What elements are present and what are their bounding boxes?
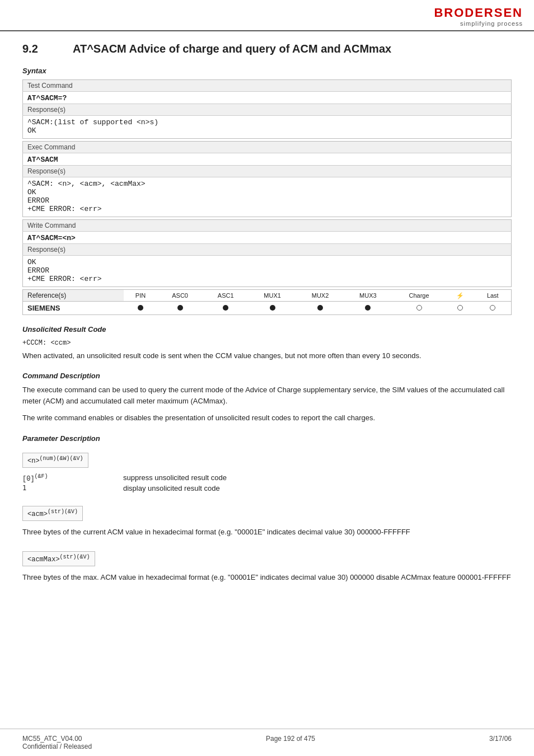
unsolicited-desc: When activated, an unsolicited result co… — [22, 350, 512, 361]
unsolicited-heading: Unsolicited Result Code — [22, 325, 512, 334]
exec-command-label-row: Exec Command — [23, 142, 512, 153]
test-command-code-row: AT^SACM=? — [23, 92, 512, 104]
logo-text: BRODERSEN — [434, 6, 523, 20]
exec-resp-line-0: ^SACM: <n>, <acm>, <acmMax> — [27, 180, 146, 188]
command-desc-para-0: The execute command can be used to query… — [22, 384, 512, 407]
reference-header-row: Reference(s) PIN ASC0 ASC1 MUX1 MUX2 MUX… — [23, 290, 512, 302]
exec-resp-line-1: OK — [27, 188, 36, 196]
param-acm-desc: Three bytes of the current ACM value in … — [22, 527, 512, 538]
ref-siemens-lightning — [446, 302, 475, 315]
command-desc-heading: Command Description — [22, 372, 512, 380]
dot-asc0-icon — [177, 305, 183, 311]
ref-siemens-asc0 — [157, 302, 203, 315]
ref-siemens-mux3 — [344, 302, 392, 315]
test-command-response-body: ^SACM:(list of supported <n>s) OK — [23, 116, 512, 139]
write-command-label-row: Write Command — [23, 220, 512, 232]
write-command-code-row: AT^SACM=<n> — [23, 232, 512, 244]
ref-siemens-label: SIEMENS — [23, 302, 124, 315]
ref-col-mux2: MUX2 — [296, 290, 344, 302]
syntax-heading: Syntax — [22, 67, 512, 75]
exec-command-code-row: AT^SACM — [23, 153, 512, 166]
write-command-response-label: Response(s) — [23, 244, 512, 256]
exec-command-response-label: Response(s) — [23, 166, 512, 177]
write-command-code: AT^SACM=<n> — [23, 232, 512, 244]
param-n-value-0-desc: suppress unsolicited result code — [123, 473, 227, 483]
param-n-label: <n> — [27, 457, 40, 465]
test-resp-line-1: OK — [27, 126, 36, 135]
param-n-value-0-row: [0](&F) suppress unsolicited result code — [22, 473, 512, 483]
exec-command-label: Exec Command — [23, 142, 512, 153]
exec-resp-line-2: ERROR — [27, 196, 49, 205]
section-number: 9.2 — [22, 43, 56, 55]
ref-col-lightning: ⚡ — [446, 290, 475, 302]
main-content: 9.2 AT^SACM Advice of charge and query o… — [0, 31, 534, 613]
param-n-section: <n>(num)(&W)(&V) [0](&F) suppress unsoli… — [22, 447, 512, 492]
dot-lightning-icon — [457, 305, 463, 311]
write-command-resp-label-row: Response(s) — [23, 244, 512, 256]
ref-siemens-last — [475, 302, 512, 315]
ref-col-asc1: ASC1 — [203, 290, 249, 302]
param-desc-heading: Parameter Description — [22, 434, 512, 443]
param-acmmax-label: <acmMax> — [27, 556, 60, 564]
footer-left: MC55_ATC_V04.00 Confidential / Released — [22, 735, 92, 750]
unsolicited-code: +CCCM: <ccm> — [22, 339, 71, 347]
footer-left-line1: MC55_ATC_V04.00 — [22, 735, 92, 743]
ref-col-references: Reference(s) — [23, 290, 124, 302]
ref-siemens-mux1 — [249, 302, 296, 315]
ref-col-mux1: MUX1 — [249, 290, 296, 302]
write-command-label: Write Command — [23, 220, 512, 232]
dot-mux3-icon — [365, 305, 371, 311]
ref-col-asc0: ASC0 — [157, 290, 203, 302]
test-command-resp-label-row: Response(s) — [23, 104, 512, 116]
exec-command-block: Exec Command AT^SACM Response(s) ^SACM: … — [22, 141, 512, 217]
exec-resp-line-3: +CME ERROR: <err> — [27, 205, 102, 213]
exec-command-code: AT^SACM — [23, 153, 512, 166]
dot-pin-icon — [138, 305, 143, 311]
dot-mux2-icon — [317, 305, 323, 311]
write-command-block: Write Command AT^SACM=<n> Response(s) OK… — [22, 219, 512, 287]
param-acm-box: <acm>(str)(&V) — [22, 506, 83, 521]
logo-sub: simplifying process — [460, 20, 523, 27]
ref-col-pin: PIN — [124, 290, 157, 302]
ref-siemens-pin — [124, 302, 157, 315]
dot-last-icon — [490, 305, 495, 311]
ref-col-mux3: MUX3 — [344, 290, 392, 302]
test-command-response-label: Response(s) — [23, 104, 512, 116]
param-n-box: <n>(num)(&W)(&V) — [22, 453, 88, 468]
exec-command-resp-label-row: Response(s) — [23, 166, 512, 177]
write-command-resp-body-row: OK ERROR +CME ERROR: <err> — [23, 256, 512, 287]
page-footer: MC55_ATC_V04.00 Confidential / Released … — [0, 729, 534, 756]
section-heading: AT^SACM Advice of charge and query of AC… — [73, 43, 391, 55]
ref-siemens-asc1 — [203, 302, 249, 315]
footer-left-line2: Confidential / Released — [22, 743, 92, 750]
param-acmmax-section: <acmMax>(str)(&V) Three bytes of the max… — [22, 546, 512, 583]
test-command-code: AT^SACM=? — [23, 92, 512, 104]
write-resp-line-2: +CME ERROR: <err> — [27, 275, 102, 283]
param-n-value-1-desc: display unsolicited result code — [123, 484, 220, 492]
param-acm-label: <acm> — [27, 510, 48, 518]
unsolicited-code-line: +CCCM: <ccm> — [22, 338, 512, 347]
exec-command-resp-body-row: ^SACM: <n>, <acm>, <acmMax> OK ERROR +CM… — [23, 177, 512, 217]
write-resp-line-1: ERROR — [27, 266, 49, 275]
reference-table: Reference(s) PIN ASC0 ASC1 MUX1 MUX2 MUX… — [22, 289, 512, 315]
param-n-value-1-row: 1 display unsolicited result code — [22, 484, 512, 492]
ref-siemens-charge — [392, 302, 446, 315]
param-acm-section: <acm>(str)(&V) Three bytes of the curren… — [22, 500, 512, 538]
param-n-value-0-key: [0](&F) — [22, 473, 123, 483]
footer-center: Page 192 of 475 — [266, 735, 315, 750]
section-title: 9.2 AT^SACM Advice of charge and query o… — [22, 43, 512, 55]
test-command-label: Test Command — [23, 80, 512, 92]
reference-data-row-siemens: SIEMENS — [23, 302, 512, 315]
param-n-values: [0](&F) suppress unsolicited result code… — [22, 473, 512, 492]
exec-command-response-body: ^SACM: <n>, <acm>, <acmMax> OK ERROR +CM… — [23, 177, 512, 217]
footer-right: 3/17/06 — [489, 735, 512, 750]
param-acmmax-box: <acmMax>(str)(&V) — [22, 551, 95, 566]
write-command-response-body: OK ERROR +CME ERROR: <err> — [23, 256, 512, 287]
test-resp-line-0: ^SACM:(list of supported <n>s) — [27, 118, 158, 126]
test-command-label-row: Test Command — [23, 80, 512, 92]
param-acmmax-type: (str)(&V) — [60, 554, 90, 560]
write-resp-line-0: OK — [27, 258, 36, 266]
param-acm-type: (str)(&V) — [48, 509, 78, 515]
dot-mux1-icon — [270, 305, 275, 311]
command-desc-para-1: The write command enables or disables th… — [22, 412, 512, 424]
